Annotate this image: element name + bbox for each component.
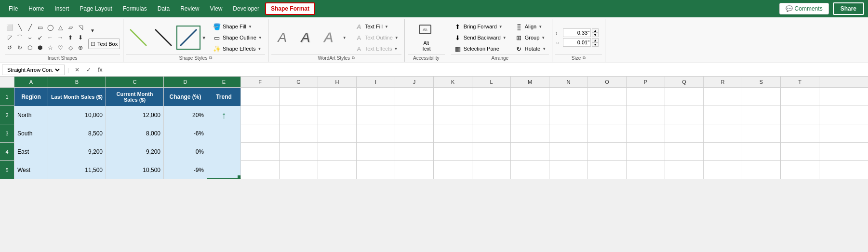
cell-5I[interactable] [357, 161, 395, 179]
cell-4L[interactable] [472, 143, 511, 161]
line-style-1[interactable] [126, 26, 150, 50]
cell-5S[interactable] [742, 161, 781, 179]
cell-1M[interactable] [511, 88, 549, 106]
cell-4K[interactable] [434, 143, 472, 161]
height-up[interactable]: ▲ [592, 28, 599, 33]
col-header-T[interactable]: T [781, 77, 819, 87]
row-num-3[interactable]: 3 [0, 124, 14, 143]
cell-1K[interactable] [434, 88, 472, 106]
cell-4P[interactable] [627, 143, 665, 161]
shape-para[interactable]: ▱ [66, 23, 75, 32]
col-header-C[interactable]: C [106, 77, 164, 87]
cell-3N[interactable] [549, 124, 588, 143]
cell-4M[interactable] [511, 143, 549, 161]
send-backward-button[interactable]: ⬇ Send Backward ▼ [451, 32, 509, 43]
menu-file[interactable]: File [4, 3, 23, 14]
cell-4S[interactable] [742, 143, 781, 161]
cell-3L[interactable] [472, 124, 511, 143]
cell-4F[interactable] [241, 143, 280, 161]
group-arrow[interactable]: ▼ [541, 36, 545, 40]
header-region[interactable]: Region [14, 88, 48, 106]
shape-arrow-d2[interactable]: ⬇ [76, 33, 85, 42]
cell-5J[interactable] [395, 161, 434, 179]
col-header-E[interactable]: E [207, 77, 241, 87]
col-header-K[interactable]: K [434, 77, 472, 87]
cancel-formula-button[interactable]: ✕ [72, 65, 82, 75]
cell-3T[interactable] [781, 124, 819, 143]
selection-pane-button[interactable]: ▦ Selection Pane [451, 43, 509, 54]
shape-star[interactable]: ☆ [45, 43, 55, 53]
cell-2F[interactable] [241, 106, 280, 124]
group-button[interactable]: ⊞ Group ▼ [512, 32, 549, 43]
cell-1O[interactable] [588, 88, 627, 106]
wordart-style-1[interactable]: A [271, 25, 294, 51]
cell-3O[interactable] [588, 124, 627, 143]
cell-5G[interactable] [280, 161, 318, 179]
line-style-2[interactable] [151, 26, 175, 50]
cell-5C[interactable]: 10,500 [106, 161, 164, 179]
shape-line2[interactable]: ╲ [15, 23, 25, 32]
shapes-more-btn[interactable]: ▼ [88, 26, 97, 35]
row-num-4[interactable]: 4 [0, 143, 14, 161]
bring-forward-arrow[interactable]: ▼ [499, 25, 503, 29]
name-box-select[interactable]: Straight Arrow Con... [5, 66, 61, 73]
cell-2T[interactable] [781, 106, 819, 124]
cell-4I[interactable] [357, 143, 395, 161]
rotate-button[interactable]: ↻ Rotate ▼ [512, 43, 549, 54]
shape-effects-button[interactable]: ✨ Shape Effects ▼ [210, 43, 265, 54]
shape-rt[interactable]: ◹ [76, 23, 85, 32]
cell-1T[interactable] [781, 88, 819, 106]
cell-1L[interactable] [472, 88, 511, 106]
cell-5H[interactable] [318, 161, 357, 179]
width-down[interactable]: ▼ [592, 42, 599, 47]
cell-3A[interactable]: South [14, 124, 48, 143]
cell-3S[interactable] [742, 124, 781, 143]
col-header-I[interactable]: I [357, 77, 395, 87]
cell-3G[interactable] [280, 124, 318, 143]
cell-2I[interactable] [357, 106, 395, 124]
col-header-L[interactable]: L [472, 77, 511, 87]
col-header-D[interactable]: D [164, 77, 207, 87]
wordart-styles-expand[interactable]: ⧉ [352, 55, 355, 61]
shape-arrow-u[interactable]: ⬆ [66, 33, 75, 42]
cell-2J[interactable] [395, 106, 434, 124]
height-down[interactable]: ▼ [592, 33, 599, 37]
menu-insert[interactable]: Insert [50, 3, 74, 14]
cell-1N[interactable] [549, 88, 588, 106]
text-fill-arrow[interactable]: ▼ [385, 25, 388, 29]
cell-5B[interactable]: 11,500 [48, 161, 106, 179]
menu-developer[interactable]: Developer [228, 3, 264, 14]
cell-1P[interactable] [627, 88, 665, 106]
cell-1S[interactable] [742, 88, 781, 106]
col-header-O[interactable]: O [588, 77, 627, 87]
function-button[interactable]: fx [95, 65, 106, 75]
shape-plus[interactable]: ⊕ [76, 43, 85, 53]
name-box[interactable]: Straight Arrow Con... [2, 65, 65, 75]
cell-2S[interactable] [742, 106, 781, 124]
wordart-style-3[interactable]: A [318, 25, 340, 51]
row-num-1[interactable]: 1 [0, 88, 14, 106]
cell-4E[interactable] [207, 143, 241, 161]
shape-circle[interactable]: ◯ [45, 23, 55, 32]
row-num-2[interactable]: 2 [0, 106, 14, 124]
header-change[interactable]: Change (%) [164, 88, 207, 106]
text-outline-button[interactable]: A Text Outline ▼ [352, 32, 401, 43]
cell-1R[interactable] [704, 88, 742, 106]
shape-line1[interactable]: ⬜ [5, 23, 14, 32]
confirm-formula-button[interactable]: ✓ [83, 65, 94, 75]
cell-3E[interactable] [207, 124, 241, 143]
menu-view[interactable]: View [205, 3, 227, 14]
cell-2O[interactable] [588, 106, 627, 124]
shape-fill-button[interactable]: 🪣 Shape Fill ▼ [210, 21, 265, 32]
col-header-M[interactable]: M [511, 77, 549, 87]
menu-home[interactable]: Home [24, 3, 49, 14]
shape-rect[interactable]: ▭ [35, 23, 45, 32]
cell-5P[interactable] [627, 161, 665, 179]
menu-shape-format[interactable]: Shape Format [265, 2, 315, 15]
cell-2E[interactable]: ↑ [207, 106, 241, 124]
cell-2D[interactable]: 20% [164, 106, 207, 124]
shape-outline-arrow[interactable]: ▼ [258, 36, 262, 40]
cell-4A[interactable]: East [14, 143, 48, 161]
col-header-H[interactable]: H [318, 77, 357, 87]
cell-5A[interactable]: West [14, 161, 48, 179]
